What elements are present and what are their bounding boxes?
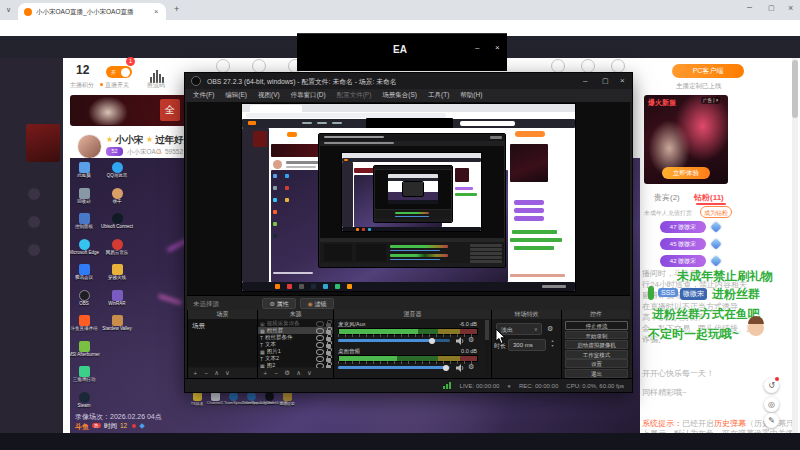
desktop-icon[interactable]: 斗鱼直播伴侣 (70, 315, 102, 331)
exit-button[interactable]: 退出 (565, 369, 628, 378)
desktop-icon[interactable]: TeamSpeak 3 Client (242, 392, 260, 405)
desktop-icon[interactable]: TeamSpeak Overlay (224, 392, 242, 405)
danmaku-settings-button[interactable]: ✎ (764, 413, 779, 428)
desktop-icon[interactable]: 饼干 (99, 188, 135, 204)
desktop-icon[interactable]: 英雄联盟 (278, 392, 296, 406)
eye-icon[interactable] (316, 342, 324, 348)
ad-tag-close[interactable]: 广告 | × (701, 97, 720, 104)
tab-vip[interactable]: 贵宾(2) (654, 192, 680, 203)
controls-header[interactable]: 控件 (562, 310, 630, 319)
eye-icon[interactable] (316, 356, 324, 362)
new-tab-button[interactable]: + (174, 4, 179, 14)
desktop-icon[interactable]: 回收站 (70, 188, 102, 204)
obs-titlebar[interactable]: OBS 27.2.3 (64-bit, windows) - 配置文件: 未命名… (185, 73, 632, 89)
window-close-button[interactable]: × (788, 3, 793, 13)
ad-cta-button[interactable]: 立即体验 (662, 167, 710, 179)
streamer-avatar[interactable] (77, 134, 102, 159)
lock-icon[interactable] (326, 323, 331, 327)
menu-edit[interactable]: 编辑(E) (225, 91, 247, 100)
menu-view[interactable]: 视图(V) (258, 91, 280, 100)
rail-avatar[interactable] (28, 216, 40, 228)
settings-button[interactable]: 设置 (565, 359, 628, 368)
desktop-icon[interactable]: OBS (70, 290, 102, 306)
desktop-icon[interactable]: Steam (70, 392, 102, 408)
mixer-ch2-gear-icon[interactable]: ⚙ (468, 363, 474, 371)
studio-mode-button[interactable]: 工作室模式 (565, 350, 628, 359)
window-minimize-button[interactable]: – (747, 2, 752, 12)
eye-icon[interactable] (316, 349, 324, 355)
transition-gear-icon[interactable]: ⚙ (547, 325, 553, 333)
mixer-header[interactable]: 混音器 (334, 310, 491, 319)
desktop-icon[interactable]: 网易云音乐 (99, 239, 135, 255)
desktop-icon[interactable]: 腾讯会议 (70, 264, 102, 280)
desktop-icon[interactable]: TS频道 (188, 392, 206, 406)
source-row[interactable]: T文本2 (258, 355, 333, 362)
menu-profile[interactable]: 配置文件(P) (337, 91, 372, 100)
obs-close-icon[interactable]: × (620, 76, 625, 85)
menu-tools[interactable]: 工具(T) (428, 91, 449, 100)
lock-icon[interactable] (326, 330, 331, 334)
eye-icon[interactable] (316, 328, 324, 334)
sources-header[interactable]: 来源 (258, 310, 333, 319)
speaker-icon[interactable] (456, 364, 465, 372)
become-fan-button[interactable]: 成为钻粉 (700, 206, 732, 218)
toolbar-icon[interactable] (551, 59, 565, 73)
desktop-icon[interactable]: 此电脑 (70, 162, 102, 178)
rail-avatar[interactable] (28, 244, 40, 256)
ea-window[interactable]: EA – × (297, 33, 507, 71)
mixer-ch1-gear-icon[interactable]: ⚙ (468, 336, 474, 344)
pc-client-button[interactable]: PC客户端 (672, 64, 744, 78)
mixer-ch2-knob[interactable] (443, 365, 449, 371)
scenes-list[interactable]: 场景 (188, 319, 257, 367)
source-row[interactable]: ▣视频采集设备 (258, 320, 333, 327)
desktop-icon[interactable]: 控制面板 (70, 213, 102, 229)
scene-item[interactable]: 场景 (192, 322, 205, 331)
ea-minimize-icon[interactable]: – (475, 43, 479, 52)
lock-icon[interactable] (326, 337, 331, 341)
rail-promo-banner[interactable] (26, 124, 60, 162)
mixer-ch1-knob[interactable] (429, 338, 435, 344)
sources-tools[interactable]: ＋−⚙∧∨ (258, 368, 333, 378)
source-row-selected[interactable]: ▦粉丝群 (258, 327, 333, 334)
properties-button[interactable]: ⚙ 属性 (262, 298, 296, 309)
desktop-icon[interactable]: MSI Afterburner (70, 341, 102, 357)
window-maximize-button[interactable]: ▢ (768, 4, 775, 12)
live-toggle[interactable]: 开 (106, 66, 132, 78)
virtual-camera-button[interactable]: 启动虚拟摄像机 (565, 340, 628, 349)
desktop-icon[interactable]: Logitech G HUB (260, 392, 278, 405)
mixer-scrollbar[interactable] (485, 320, 489, 375)
start-recording-button[interactable]: 开始录制 (565, 331, 628, 340)
tab-diamond-fans[interactable]: 钻粉(11) (694, 192, 724, 203)
menu-file[interactable]: 文件(F) (193, 91, 214, 100)
desktop-icon[interactable]: QQ浏览器 (99, 162, 135, 178)
close-tab-icon[interactable]: × (154, 7, 158, 16)
transitions-header[interactable]: 转场特效 (492, 310, 561, 319)
toolbar-icon[interactable] (611, 59, 625, 73)
scrollbar-thumb[interactable] (792, 60, 798, 118)
toolbar-icon[interactable] (216, 59, 230, 73)
eye-icon[interactable] (316, 335, 324, 341)
menu-docks[interactable]: 停靠窗口(D) (291, 91, 326, 100)
lock-icon[interactable] (326, 351, 331, 355)
scenes-tools[interactable]: ＋−∧∨ (188, 368, 257, 378)
toolbar-icon[interactable] (252, 59, 266, 73)
page-scrollbar[interactable] (792, 58, 798, 433)
browser-tab[interactable]: 小小宋OAO直播_小小宋OAO直播 × (18, 3, 166, 20)
desktop-icon[interactable]: Microsoft Edge (70, 239, 102, 255)
sources-list[interactable]: ▣视频采集设备 ▦粉丝群 T粉丝群条件 T文本 ▦图片1 T文本2 ▦图2 (258, 319, 333, 367)
scenes-header[interactable]: 场景 (188, 310, 257, 319)
desktop-icon[interactable]: WinRAR (99, 290, 135, 306)
desktop-icon[interactable]: Stardew Valley (99, 315, 135, 331)
obs-maximize-icon[interactable]: ▢ (602, 77, 609, 85)
menu-scene-collection[interactable]: 场景集合(S) (382, 91, 417, 100)
lock-icon[interactable] (326, 358, 331, 362)
rail-avatar[interactable] (28, 188, 40, 200)
obs-preview[interactable] (187, 102, 630, 295)
stream-code-waveform-icon[interactable] (150, 65, 165, 78)
filters-button[interactable]: ◉ 滤镜 (300, 298, 334, 309)
desktop-icon[interactable]: Ubisoft Connect (99, 213, 135, 229)
duration-spinner[interactable]: ▲▼ (548, 339, 557, 351)
duration-field[interactable]: 300 ms (508, 339, 546, 351)
desktop-icon[interactable]: Channel1 (206, 392, 224, 405)
source-row[interactable]: ▦图片1 (258, 348, 333, 355)
